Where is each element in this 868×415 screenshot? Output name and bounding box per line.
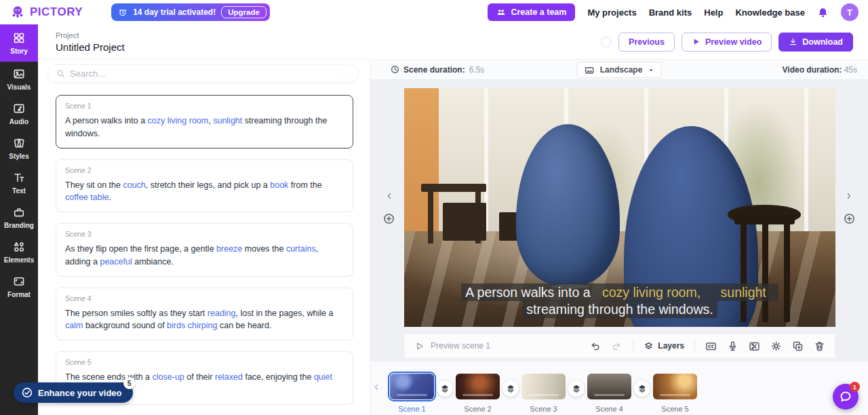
scene-thumbnail-label: Scene 5 xyxy=(661,405,688,413)
transition-button[interactable] xyxy=(437,380,453,397)
top-bar: PICTORY 14 day trial activated! Upgrade … xyxy=(0,0,868,24)
scene-card-text[interactable]: As they flip open the first page, a gent… xyxy=(65,243,344,269)
create-team-button[interactable]: Create a team xyxy=(488,3,575,21)
filmstrip-scene-3[interactable]: Scene 3 xyxy=(521,374,566,413)
enhance-your-video-button[interactable]: Enhance your video 5 xyxy=(14,382,133,403)
scene-card-text[interactable]: They sit on the couch, stretch their leg… xyxy=(65,179,344,205)
text-icon xyxy=(13,172,25,184)
delete-icon[interactable] xyxy=(814,340,825,352)
settings-icon[interactable] xyxy=(770,340,782,352)
sidebar-item-elements[interactable]: Elements xyxy=(0,235,38,269)
video-caption[interactable]: A person walks into a cozy living room, … xyxy=(404,284,835,319)
orientation-dropdown[interactable]: Landscape xyxy=(577,62,662,78)
layers-icon xyxy=(644,341,654,351)
scene-filmstrip: Scene 1Scene 2Scene 3Scene 4Scene 5 xyxy=(370,361,868,415)
previous-scene-arrow[interactable] xyxy=(385,192,393,200)
search-input[interactable] xyxy=(70,68,331,79)
scene-card-label: Scene 3 xyxy=(65,230,344,238)
scene-card-scene-3[interactable]: Scene 3As they flip open the first page,… xyxy=(56,223,353,277)
layers-button[interactable]: Layers xyxy=(644,341,684,351)
sidebar-item-format[interactable]: Format xyxy=(0,269,38,304)
caret-down-icon xyxy=(648,67,654,73)
previous-button[interactable]: Previous xyxy=(618,33,675,52)
scene-card-label: Scene 5 xyxy=(65,358,344,366)
check-circle-icon xyxy=(22,387,33,398)
sidebar-item-label: Story xyxy=(10,47,28,55)
sidebar-item-label: Elements xyxy=(4,256,34,264)
styles-icon xyxy=(13,137,25,149)
video-duration-label: Video duration: xyxy=(783,65,842,75)
avatar[interactable]: T xyxy=(841,3,859,21)
search-nav-carets[interactable]: ⌄⌃ xyxy=(336,70,350,77)
video-duration-value: 45s xyxy=(844,65,857,75)
nav-link-my-projects[interactable]: My projects xyxy=(587,7,636,18)
filmstrip-scene-4[interactable]: Scene 4 xyxy=(587,374,631,413)
pictory-logo[interactable]: PICTORY xyxy=(9,4,83,20)
transition-button[interactable] xyxy=(568,380,585,397)
alarm-icon xyxy=(118,7,127,17)
landscape-icon xyxy=(585,65,595,75)
bell-icon[interactable] xyxy=(817,7,829,18)
redo-icon[interactable] xyxy=(611,340,623,352)
sidebar-item-text[interactable]: Text xyxy=(0,165,38,200)
enhance-badge: 5 xyxy=(123,377,136,389)
scene-thumbnail[interactable] xyxy=(521,374,566,399)
preview-video-button[interactable]: Preview video xyxy=(682,33,772,52)
scene-thumbnail[interactable] xyxy=(456,374,500,399)
undo-icon[interactable] xyxy=(589,340,601,352)
transition-button[interactable] xyxy=(634,380,650,397)
play-icon xyxy=(692,37,701,46)
sidebar-item-label: Branding xyxy=(4,222,34,229)
chat-badge: 1 xyxy=(850,382,860,392)
duplicate-icon[interactable] xyxy=(792,340,804,352)
preview-scene-button[interactable]: Preview scene 1 xyxy=(414,341,490,351)
sidebar-item-audio[interactable]: Audio xyxy=(0,96,38,131)
next-scene-arrow[interactable] xyxy=(845,192,853,200)
captions-icon[interactable] xyxy=(705,340,717,352)
upgrade-button[interactable]: Upgrade xyxy=(221,6,267,18)
page-title[interactable]: Untitled Project xyxy=(56,41,125,53)
scene-card-text[interactable]: The person smiles softly as they start r… xyxy=(65,307,344,333)
add-scene-after-button[interactable] xyxy=(844,213,855,224)
sidebar-item-story[interactable]: Story xyxy=(0,24,38,62)
sidebar-item-styles[interactable]: Styles xyxy=(0,131,38,165)
play-outline-icon xyxy=(414,341,425,351)
octopus-icon xyxy=(9,4,26,20)
scene-card-scene-2[interactable]: Scene 2They sit on the couch, stretch th… xyxy=(56,159,353,213)
video-canvas[interactable]: A person walks into a cozy living room, … xyxy=(404,88,835,327)
filmstrip-left-arrow[interactable] xyxy=(372,383,380,391)
filmstrip-scene-2[interactable]: Scene 2 xyxy=(456,374,500,413)
trial-message: 14 day trial activated! xyxy=(133,7,216,17)
scene-thumbnail[interactable] xyxy=(653,374,697,399)
scene-text-panel: ⌄⌃ Scene 1A person walks into a cozy liv… xyxy=(38,60,370,415)
scene-card-scene-1[interactable]: Scene 1A person walks into a cozy living… xyxy=(56,95,353,149)
scene-card-text[interactable]: A person walks into a cozy living room, … xyxy=(65,115,344,140)
sidebar-item-branding[interactable]: Branding xyxy=(0,200,38,235)
people-icon xyxy=(496,7,506,17)
scene-thumbnail[interactable] xyxy=(587,374,631,399)
mic-icon[interactable] xyxy=(727,340,738,352)
scene-thumbnail[interactable] xyxy=(390,374,434,399)
nav-link-brand-kits[interactable]: Brand kits xyxy=(649,7,692,18)
nav-link-knowledge-base[interactable]: Knowledge base xyxy=(735,7,805,18)
topnav-links: My projectsBrand kitsHelpKnowledge base xyxy=(587,7,805,18)
grid-icon xyxy=(13,32,25,44)
transition-button[interactable] xyxy=(502,380,519,397)
sidebar-item-visuals[interactable]: Visuals xyxy=(0,62,38,96)
sidebar-item-label: Text xyxy=(12,187,26,195)
download-button[interactable]: Download xyxy=(778,33,853,52)
scene-thumbnail-label: Scene 1 xyxy=(398,405,425,413)
filmstrip-scene-1[interactable]: Scene 1 xyxy=(390,374,434,413)
scene-card-scene-4[interactable]: Scene 4The person smiles softly as they … xyxy=(56,288,353,341)
shapes-icon xyxy=(13,241,25,253)
project-eyebrow: Project xyxy=(56,31,125,39)
search-bar[interactable]: ⌄⌃ xyxy=(47,64,359,83)
scene-card-label: Scene 1 xyxy=(65,102,344,110)
nav-link-help[interactable]: Help xyxy=(704,7,723,18)
chat-button[interactable]: 1 xyxy=(833,384,859,410)
add-scene-before-button[interactable] xyxy=(383,213,395,224)
sidebar-item-label: Format xyxy=(7,291,31,298)
trim-icon[interactable] xyxy=(749,340,760,352)
filmstrip-scene-5[interactable]: Scene 5 xyxy=(653,374,697,413)
left-sidebar: StoryVisualsAudioStylesTextBrandingEleme… xyxy=(0,24,38,415)
